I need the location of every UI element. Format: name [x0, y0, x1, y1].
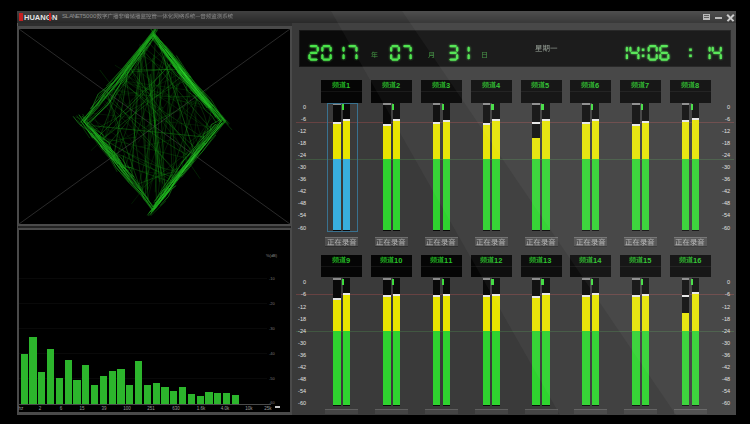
- svg-text:0: 0: [398, 255, 402, 264]
- svg-text:4: 4: [496, 80, 501, 89]
- svg-text:3: 3: [446, 80, 450, 89]
- svg-text:7: 7: [645, 80, 649, 89]
- svg-text:8: 8: [695, 80, 699, 89]
- svg-text:5: 5: [647, 255, 651, 264]
- svg-text:6: 6: [697, 255, 701, 264]
- svg-text:3: 3: [547, 255, 551, 264]
- svg-text:6: 6: [595, 80, 599, 89]
- svg-text:2: 2: [498, 255, 502, 264]
- svg-text:4: 4: [597, 255, 602, 264]
- svg-text:1: 1: [448, 255, 452, 264]
- svg-text:1: 1: [346, 80, 350, 89]
- svg-text:9: 9: [346, 255, 350, 264]
- svg-text:5: 5: [545, 80, 549, 89]
- svg-text:2: 2: [396, 80, 400, 89]
